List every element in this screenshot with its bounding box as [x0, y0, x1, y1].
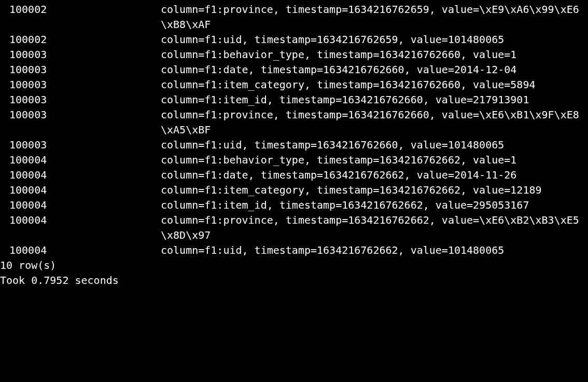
row-cell: column=f1:uid, timestamp=1634216762662, …: [161, 243, 588, 258]
row-key: 100004: [0, 153, 161, 168]
row-key: 100002: [0, 2, 161, 17]
result-row: 100004column=f1:uid, timestamp=163421676…: [0, 243, 588, 258]
row-cell: column=f1:date, timestamp=1634216762662,…: [161, 168, 588, 183]
result-row: 100003column=f1:item_id, timestamp=16342…: [0, 92, 588, 107]
result-row: 100003column=f1:behavior_type, timestamp…: [0, 47, 588, 62]
row-cell: column=f1:item_id, timestamp=16342167626…: [161, 92, 588, 107]
result-row: 100004column=f1:behavior_type, timestamp…: [0, 153, 588, 168]
result-row: 100003column=f1:date, timestamp=16342167…: [0, 62, 588, 77]
terminal-output: 100002column=f1:province, timestamp=1634…: [0, 2, 588, 258]
row-key: 100003: [0, 92, 161, 107]
row-key: 100003: [0, 107, 161, 122]
time-taken: Took 0.7952 seconds: [0, 273, 588, 288]
row-cell: column=f1:item_id, timestamp=16342167626…: [161, 198, 588, 213]
row-key: 100003: [0, 138, 161, 153]
row-key: 100002: [0, 32, 161, 47]
row-cell: column=f1:uid, timestamp=1634216762659, …: [161, 32, 588, 47]
row-cell: column=f1:behavior_type, timestamp=16342…: [161, 47, 588, 62]
result-row: 100002column=f1:uid, timestamp=163421676…: [0, 32, 588, 47]
row-key: 100003: [0, 77, 161, 92]
row-key: 100004: [0, 198, 161, 213]
row-cell: column=f1:uid, timestamp=1634216762660, …: [161, 138, 588, 153]
row-key: 100003: [0, 47, 161, 62]
row-cell: column=f1:province, timestamp=1634216762…: [161, 2, 588, 32]
row-key: 100004: [0, 213, 161, 228]
result-row: 100003column=f1:uid, timestamp=163421676…: [0, 138, 588, 153]
result-row: 100004column=f1:date, timestamp=16342167…: [0, 168, 588, 183]
row-cell: column=f1:item_category, timestamp=16342…: [161, 77, 588, 92]
row-cell: column=f1:item_category, timestamp=16342…: [161, 183, 588, 198]
result-row: 100003column=f1:province, timestamp=1634…: [0, 107, 588, 138]
row-cell: column=f1:behavior_type, timestamp=16342…: [161, 153, 588, 168]
result-row: 100004column=f1:province, timestamp=1634…: [0, 213, 588, 243]
result-row: 100003column=f1:item_category, timestamp…: [0, 77, 588, 92]
row-cell: column=f1:province, timestamp=1634216762…: [161, 107, 588, 138]
row-key: 100004: [0, 168, 161, 183]
row-cell: column=f1:date, timestamp=1634216762660,…: [161, 62, 588, 77]
row-key: 100004: [0, 243, 161, 258]
result-row: 100004column=f1:item_category, timestamp…: [0, 183, 588, 198]
row-key: 100003: [0, 62, 161, 77]
row-count: 10 row(s): [0, 258, 588, 273]
row-key: 100004: [0, 183, 161, 198]
result-row: 100002column=f1:province, timestamp=1634…: [0, 2, 588, 32]
result-row: 100004column=f1:item_id, timestamp=16342…: [0, 198, 588, 213]
row-cell: column=f1:province, timestamp=1634216762…: [161, 213, 588, 243]
